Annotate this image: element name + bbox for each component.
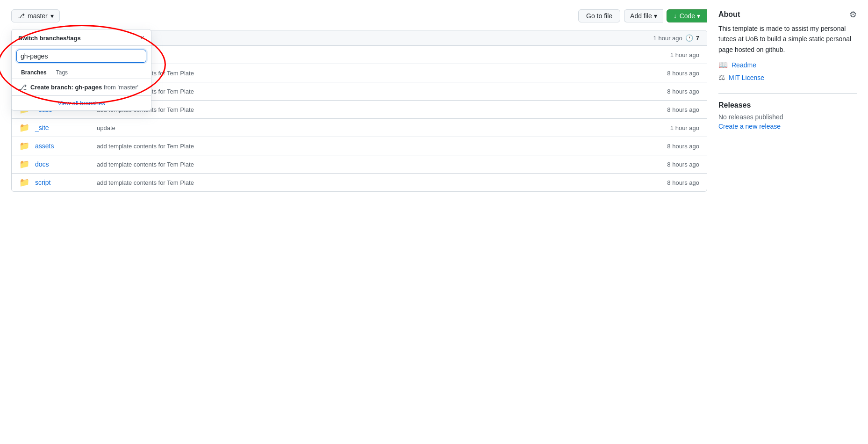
file-name[interactable]: assets — [35, 142, 91, 150]
branch-dropdown: Switch branches/tags × Branches Tags ⎇ C… — [11, 29, 151, 111]
file-name[interactable]: script — [35, 179, 91, 186]
file-commit: add template contents for Tem Plate — [97, 143, 652, 150]
about-header: About ⚙ — [718, 9, 857, 20]
create-branch-item[interactable]: ⎇ Create branch: gh-pages from 'master' — [12, 79, 151, 95]
file-name[interactable]: _site — [35, 124, 91, 131]
chevron-down-icon: ▾ — [50, 12, 54, 20]
folder-icon: 📁 — [19, 141, 29, 151]
create-label: Create branch: — [30, 84, 75, 91]
folder-icon: 📁 — [19, 123, 29, 133]
file-commit: update — [97, 124, 652, 131]
dropdown-close-button[interactable]: × — [140, 34, 144, 42]
commit-count: 7 — [696, 35, 699, 42]
view-all-branches-link[interactable]: View all branches — [12, 95, 151, 110]
table-row: 📁 script add template contents for Tem P… — [12, 174, 707, 191]
no-releases-text: No releases published — [718, 113, 857, 121]
dropdown-tabs: Branches Tags — [12, 66, 151, 79]
file-commit: add template contents for Tem Plate — [97, 161, 652, 168]
search-input-container — [12, 46, 151, 66]
download-icon: ↓ — [674, 12, 677, 20]
table-row: 📁 _site update 1 hour ago — [12, 119, 707, 137]
create-from: from 'master' — [104, 84, 138, 91]
code-label: Code ▾ — [680, 12, 700, 20]
table-row: 📁 docs add template contents for Tem Pla… — [12, 155, 707, 174]
about-description: This template is made to assist my perso… — [718, 23, 857, 55]
commit-info: 1 hour ago 🕐 7 — [653, 34, 699, 42]
code-button[interactable]: ↓ Code ▾ — [667, 9, 707, 22]
license-label: MIT License — [729, 74, 764, 81]
add-file-button[interactable]: Add file ▾ — [624, 9, 663, 22]
file-name[interactable]: docs — [35, 160, 91, 168]
create-branch-name: gh-pages — [75, 84, 102, 91]
branch-search-input[interactable] — [16, 50, 146, 63]
file-time: 8 hours ago — [657, 179, 699, 186]
go-to-file-button[interactable]: Go to file — [578, 9, 620, 22]
create-branch-prefix: Create branch: gh-pages from 'master' — [30, 84, 138, 91]
sidebar: About ⚙ This template is made to assist … — [718, 9, 857, 192]
releases-section: Releases No releases published Create a … — [718, 101, 857, 130]
folder-icon: 📁 — [19, 159, 29, 169]
readme-label: Readme — [732, 61, 756, 69]
releases-title: Releases — [718, 101, 857, 109]
file-commit: add template contents for Tem Plate — [97, 106, 652, 113]
branch-label: master — [28, 12, 48, 20]
commit-time: 1 hour ago — [653, 35, 682, 42]
file-time: 8 hours ago — [657, 88, 699, 95]
tags-tab[interactable]: Tags — [51, 66, 72, 79]
create-release-link[interactable]: Create a new release — [718, 123, 781, 130]
file-commit: add template contents for Tem Plate — [97, 70, 652, 77]
folder-icon: 📁 — [19, 177, 29, 188]
history-icon: 🕐 — [685, 34, 693, 42]
toolbar: ⎇ master ▾ Go to file Add file ▾ ↓ Code … — [11, 9, 707, 22]
license-link[interactable]: ⚖ MIT License — [718, 73, 857, 82]
branch-icon: ⎇ — [17, 12, 25, 20]
sidebar-divider — [718, 93, 857, 94]
branch-selector-button[interactable]: ⎇ master ▾ — [11, 9, 60, 22]
toolbar-right: Go to file Add file ▾ ↓ Code ▾ — [578, 9, 707, 22]
dropdown-header: Switch branches/tags × — [12, 29, 151, 46]
code-split-button: ↓ Code ▾ — [667, 9, 707, 22]
add-file-split-button: Add file ▾ — [624, 9, 663, 22]
table-row: 📁 assets add template contents for Tem P… — [12, 137, 707, 155]
file-time: 8 hours ago — [657, 143, 699, 150]
file-time: 8 hours ago — [657, 106, 699, 113]
file-commit: add template contents for Tem Plate — [97, 88, 652, 95]
file-time: 8 hours ago — [657, 161, 699, 168]
file-time: 1 hour ago — [657, 124, 699, 131]
about-title: About — [718, 10, 740, 19]
branches-tab[interactable]: Branches — [16, 66, 51, 79]
branch-icon-create: ⎇ — [18, 83, 27, 92]
gear-icon[interactable]: ⚙ — [849, 9, 857, 20]
file-commit: add template contents for Tem Plate — [97, 179, 652, 186]
file-time: 1 hour ago — [657, 51, 699, 58]
dropdown-title: Switch branches/tags — [18, 35, 81, 42]
license-icon: ⚖ — [718, 73, 725, 82]
readme-icon: 📖 — [718, 60, 728, 69]
readme-link[interactable]: 📖 Readme — [718, 60, 857, 69]
file-time: 8 hours ago — [657, 70, 699, 77]
about-section: About ⚙ This template is made to assist … — [718, 9, 857, 82]
